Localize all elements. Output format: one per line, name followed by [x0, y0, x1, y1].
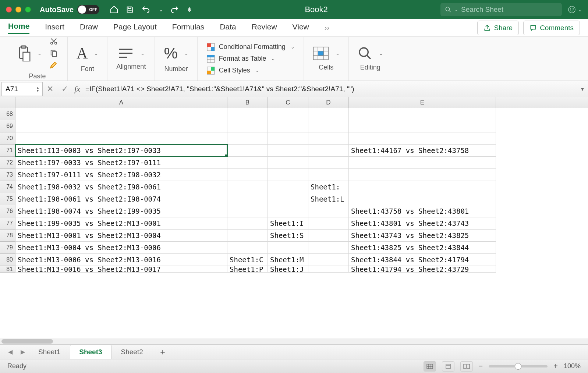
cell-D80[interactable] [308, 254, 349, 266]
feedback-icon[interactable] [568, 6, 576, 14]
row-header[interactable]: 77 [0, 217, 15, 230]
row-header[interactable]: 68 [0, 108, 15, 120]
cell-A71[interactable]: Sheet1:I13-0003 vs Sheet2:I97-0033 [15, 145, 227, 157]
namebox-spinner-icon[interactable]: ▴▾ [37, 86, 39, 92]
cell-C73[interactable] [268, 169, 308, 181]
tabs-overflow-icon[interactable]: ›› [325, 24, 329, 32]
cell-B71[interactable] [227, 145, 268, 157]
cell-D79[interactable] [308, 242, 349, 254]
maximize-window-button[interactable] [25, 7, 31, 13]
cell-D73[interactable] [308, 169, 349, 181]
cell-E80[interactable]: Sheet1:43844 vs Sheet2:41794 [349, 254, 496, 266]
expand-formula-bar-icon[interactable]: ▼ [577, 86, 588, 92]
cell-C69[interactable] [268, 120, 308, 132]
cell-D71[interactable] [308, 145, 349, 157]
cell-A74[interactable]: Sheet1:I98-0032 vs Sheet2:I98-0061 [15, 181, 227, 193]
column-header[interactable]: E [349, 97, 496, 108]
cell-C76[interactable] [268, 205, 308, 217]
sheet-tab-sheet3[interactable]: Sheet3 [70, 345, 111, 359]
row-header[interactable]: 73 [0, 169, 15, 181]
cell-C75[interactable] [268, 193, 308, 205]
cell-D74[interactable]: Sheet1: [308, 181, 349, 193]
cell-B69[interactable] [227, 120, 268, 132]
minimize-window-button[interactable] [15, 7, 21, 13]
cell-E74[interactable] [349, 181, 496, 193]
cell-B74[interactable] [227, 181, 268, 193]
cell-D77[interactable] [308, 217, 349, 230]
row-header[interactable]: 71 [0, 145, 15, 157]
cell-A79[interactable]: Sheet1:M13-0004 vs Sheet2:M13-0006 [15, 242, 227, 254]
sheet-nav-prev-icon[interactable]: ◀ [4, 348, 16, 355]
row-header[interactable]: 69 [0, 120, 15, 132]
cell-E81[interactable]: Sheet1:41794 vs Sheet2:43729 [349, 266, 496, 273]
share-button[interactable]: Share [477, 21, 519, 35]
column-header[interactable]: D [308, 97, 349, 108]
cell-D81[interactable] [308, 266, 349, 273]
cell-C78[interactable]: Sheet1:S [268, 230, 308, 242]
cell-C72[interactable] [268, 157, 308, 169]
cell-C81[interactable]: Sheet1:J [268, 266, 308, 273]
scrollbar-thumb[interactable] [1, 339, 53, 344]
cell-C79[interactable] [268, 242, 308, 254]
cell-A76[interactable]: Sheet1:I98-0074 vs Sheet2:I99-0035 [15, 205, 227, 217]
copy-icon[interactable] [50, 49, 59, 57]
paste-icon[interactable] [16, 45, 31, 61]
format-as-table-button[interactable]: Format as Table ⌄ [206, 54, 276, 63]
cell-A78[interactable]: Sheet1:M13-0001 vs Sheet2:M13-0004 [15, 230, 227, 242]
cells-icon[interactable] [313, 46, 329, 61]
close-window-button[interactable] [6, 7, 12, 13]
cell-E68[interactable] [349, 108, 496, 120]
select-all-corner[interactable] [0, 97, 15, 108]
row-header[interactable]: 72 [0, 157, 15, 169]
view-normal-button[interactable] [424, 361, 436, 372]
cell-D68[interactable] [308, 108, 349, 120]
cell-E76[interactable]: Sheet1:43758 vs Sheet2:43801 [349, 205, 496, 217]
sheet-nav-next-icon[interactable]: ▶ [17, 348, 29, 355]
row-header[interactable]: 75 [0, 193, 15, 205]
cell-C70[interactable] [268, 132, 308, 145]
undo-dropdown-icon[interactable]: ⌄ [159, 7, 163, 13]
tab-draw[interactable]: Draw [80, 22, 98, 33]
sheet-tab-sheet1[interactable]: Sheet1 [29, 345, 69, 359]
cell-E77[interactable]: Sheet1:43801 vs Sheet2:43743 [349, 217, 496, 230]
alignment-dropdown-icon[interactable]: ⌄ [141, 51, 145, 56]
cell-E70[interactable] [349, 132, 496, 145]
cell-D76[interactable] [308, 205, 349, 217]
search-dropdown-icon[interactable]: ⌄ [454, 7, 458, 12]
comments-button[interactable]: Comments [523, 21, 580, 35]
zoom-slider[interactable] [489, 365, 548, 367]
cell-B81[interactable]: Sheet1:P [227, 266, 268, 273]
number-format-icon[interactable]: % [164, 45, 177, 62]
cancel-formula-icon[interactable]: ✕ [43, 84, 57, 94]
cell-E69[interactable] [349, 120, 496, 132]
cell-C68[interactable] [268, 108, 308, 120]
cell-D72[interactable] [308, 157, 349, 169]
accept-formula-icon[interactable]: ✓ [57, 84, 72, 94]
cells-dropdown-icon[interactable]: ⌄ [336, 51, 340, 56]
cell-B68[interactable] [227, 108, 268, 120]
toolbar-overflow-icon[interactable]: ⇟ [187, 6, 192, 14]
row-header[interactable]: 80 [0, 254, 15, 266]
editing-dropdown-icon[interactable]: ⌄ [379, 51, 383, 56]
cell-E72[interactable] [349, 157, 496, 169]
feedback-dropdown-icon[interactable]: ⌄ [578, 7, 582, 13]
conditional-formatting-button[interactable]: Conditional Formatting ⌄ [206, 43, 295, 51]
cell-B78[interactable] [227, 230, 268, 242]
cell-C74[interactable] [268, 181, 308, 193]
format-painter-icon[interactable] [50, 61, 59, 70]
cell-B76[interactable] [227, 205, 268, 217]
row-header[interactable]: 74 [0, 181, 15, 193]
home-icon[interactable] [110, 5, 118, 14]
column-header[interactable]: C [268, 97, 308, 108]
zoom-in-button[interactable]: + [553, 362, 558, 370]
cell-B73[interactable] [227, 169, 268, 181]
autosave-toggle[interactable]: OFF [77, 5, 99, 14]
number-dropdown-icon[interactable]: ⌄ [184, 51, 188, 56]
cell-E78[interactable]: Sheet1:43743 vs Sheet2:43825 [349, 230, 496, 242]
editing-icon[interactable] [358, 46, 372, 61]
cut-icon[interactable] [50, 37, 59, 45]
cell-B79[interactable] [227, 242, 268, 254]
cell-D69[interactable] [308, 120, 349, 132]
paste-dropdown-icon[interactable]: ⌄ [38, 51, 42, 56]
cell-D75[interactable]: Sheet1:L [308, 193, 349, 205]
